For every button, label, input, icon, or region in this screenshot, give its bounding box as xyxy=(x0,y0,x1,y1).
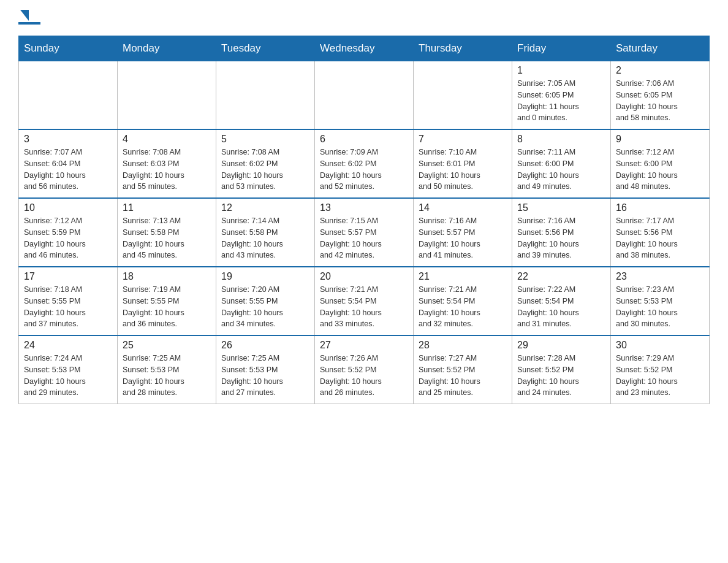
day-number: 18 xyxy=(123,271,211,282)
day-number: 15 xyxy=(517,202,605,213)
calendar-day-cell: 27Sunrise: 7:26 AM Sunset: 5:52 PM Dayli… xyxy=(315,335,414,404)
day-number: 30 xyxy=(616,340,704,351)
day-info: Sunrise: 7:08 AM Sunset: 6:02 PM Dayligh… xyxy=(221,147,309,193)
calendar-day-cell: 6Sunrise: 7:09 AM Sunset: 6:02 PM Daylig… xyxy=(315,129,414,198)
day-info: Sunrise: 7:14 AM Sunset: 5:58 PM Dayligh… xyxy=(221,215,309,261)
day-number: 26 xyxy=(221,340,309,351)
day-number: 14 xyxy=(419,202,507,213)
column-header-wednesday: Wednesday xyxy=(315,36,414,61)
calendar-day-cell: 1Sunrise: 7:05 AM Sunset: 6:05 PM Daylig… xyxy=(512,61,611,130)
calendar-day-cell: 20Sunrise: 7:21 AM Sunset: 5:54 PM Dayli… xyxy=(315,267,414,335)
day-number: 4 xyxy=(123,134,211,145)
day-info: Sunrise: 7:11 AM Sunset: 6:00 PM Dayligh… xyxy=(517,147,605,193)
column-header-thursday: Thursday xyxy=(414,36,512,61)
logo xyxy=(18,12,44,25)
day-info: Sunrise: 7:22 AM Sunset: 5:54 PM Dayligh… xyxy=(517,284,605,330)
day-number: 16 xyxy=(616,202,704,213)
logo-line xyxy=(18,22,40,25)
calendar-day-cell: 3Sunrise: 7:07 AM Sunset: 6:04 PM Daylig… xyxy=(19,129,118,198)
calendar-day-cell: 12Sunrise: 7:14 AM Sunset: 5:58 PM Dayli… xyxy=(216,198,315,267)
calendar-day-cell xyxy=(315,61,414,130)
day-info: Sunrise: 7:07 AM Sunset: 6:04 PM Dayligh… xyxy=(24,147,112,193)
calendar-week-row: 1Sunrise: 7:05 AM Sunset: 6:05 PM Daylig… xyxy=(19,61,710,130)
day-number: 2 xyxy=(616,65,704,76)
calendar-day-cell: 16Sunrise: 7:17 AM Sunset: 5:56 PM Dayli… xyxy=(611,198,710,267)
day-info: Sunrise: 7:12 AM Sunset: 5:59 PM Dayligh… xyxy=(24,215,112,261)
calendar-day-cell: 17Sunrise: 7:18 AM Sunset: 5:55 PM Dayli… xyxy=(19,267,118,335)
calendar-day-cell: 15Sunrise: 7:16 AM Sunset: 5:56 PM Dayli… xyxy=(512,198,611,267)
day-info: Sunrise: 7:09 AM Sunset: 6:02 PM Dayligh… xyxy=(320,147,408,193)
calendar-day-cell: 14Sunrise: 7:16 AM Sunset: 5:57 PM Dayli… xyxy=(414,198,512,267)
day-info: Sunrise: 7:23 AM Sunset: 5:53 PM Dayligh… xyxy=(616,284,704,330)
calendar-day-cell: 24Sunrise: 7:24 AM Sunset: 5:53 PM Dayli… xyxy=(19,335,118,404)
day-info: Sunrise: 7:26 AM Sunset: 5:52 PM Dayligh… xyxy=(320,353,408,399)
day-number: 25 xyxy=(123,340,211,351)
calendar-day-cell: 30Sunrise: 7:29 AM Sunset: 5:52 PM Dayli… xyxy=(611,335,710,404)
day-number: 20 xyxy=(320,271,408,282)
calendar-day-cell: 19Sunrise: 7:20 AM Sunset: 5:55 PM Dayli… xyxy=(216,267,315,335)
day-info: Sunrise: 7:06 AM Sunset: 6:05 PM Dayligh… xyxy=(616,78,704,124)
day-number: 6 xyxy=(320,134,408,145)
logo-text xyxy=(18,12,29,21)
calendar-day-cell: 2Sunrise: 7:06 AM Sunset: 6:05 PM Daylig… xyxy=(611,61,710,130)
day-info: Sunrise: 7:21 AM Sunset: 5:54 PM Dayligh… xyxy=(419,284,507,330)
calendar-day-cell: 8Sunrise: 7:11 AM Sunset: 6:00 PM Daylig… xyxy=(512,129,611,198)
day-info: Sunrise: 7:29 AM Sunset: 5:52 PM Dayligh… xyxy=(616,353,704,399)
day-info: Sunrise: 7:20 AM Sunset: 5:55 PM Dayligh… xyxy=(221,284,309,330)
calendar-day-cell: 18Sunrise: 7:19 AM Sunset: 5:55 PM Dayli… xyxy=(118,267,216,335)
calendar-day-cell: 10Sunrise: 7:12 AM Sunset: 5:59 PM Dayli… xyxy=(19,198,118,267)
day-number: 24 xyxy=(24,340,112,351)
day-info: Sunrise: 7:27 AM Sunset: 5:52 PM Dayligh… xyxy=(419,353,507,399)
day-number: 27 xyxy=(320,340,408,351)
calendar-day-cell: 26Sunrise: 7:25 AM Sunset: 5:53 PM Dayli… xyxy=(216,335,315,404)
calendar-day-cell xyxy=(118,61,216,130)
calendar-day-cell: 28Sunrise: 7:27 AM Sunset: 5:52 PM Dayli… xyxy=(414,335,512,404)
column-header-saturday: Saturday xyxy=(611,36,710,61)
day-number: 9 xyxy=(616,134,704,145)
day-number: 17 xyxy=(24,271,112,282)
day-number: 11 xyxy=(123,202,211,213)
column-header-friday: Friday xyxy=(512,36,611,61)
day-number: 21 xyxy=(419,271,507,282)
day-number: 28 xyxy=(419,340,507,351)
day-info: Sunrise: 7:10 AM Sunset: 6:01 PM Dayligh… xyxy=(419,147,507,193)
day-info: Sunrise: 7:12 AM Sunset: 6:00 PM Dayligh… xyxy=(616,147,704,193)
day-number: 10 xyxy=(24,202,112,213)
day-number: 1 xyxy=(517,65,605,76)
day-info: Sunrise: 7:08 AM Sunset: 6:03 PM Dayligh… xyxy=(123,147,211,193)
day-number: 5 xyxy=(221,134,309,145)
day-number: 8 xyxy=(517,134,605,145)
day-info: Sunrise: 7:17 AM Sunset: 5:56 PM Dayligh… xyxy=(616,215,704,261)
calendar-day-cell: 13Sunrise: 7:15 AM Sunset: 5:57 PM Dayli… xyxy=(315,198,414,267)
column-header-sunday: Sunday xyxy=(19,36,118,61)
page-header xyxy=(18,12,710,25)
calendar-day-cell: 11Sunrise: 7:13 AM Sunset: 5:58 PM Dayli… xyxy=(118,198,216,267)
column-header-tuesday: Tuesday xyxy=(216,36,315,61)
day-info: Sunrise: 7:28 AM Sunset: 5:52 PM Dayligh… xyxy=(517,353,605,399)
day-info: Sunrise: 7:19 AM Sunset: 5:55 PM Dayligh… xyxy=(123,284,211,330)
calendar-day-cell xyxy=(414,61,512,130)
day-info: Sunrise: 7:16 AM Sunset: 5:57 PM Dayligh… xyxy=(419,215,507,261)
calendar-week-row: 10Sunrise: 7:12 AM Sunset: 5:59 PM Dayli… xyxy=(19,198,710,267)
day-number: 7 xyxy=(419,134,507,145)
calendar-day-cell: 23Sunrise: 7:23 AM Sunset: 5:53 PM Dayli… xyxy=(611,267,710,335)
day-number: 19 xyxy=(221,271,309,282)
day-info: Sunrise: 7:25 AM Sunset: 5:53 PM Dayligh… xyxy=(221,353,309,399)
day-info: Sunrise: 7:24 AM Sunset: 5:53 PM Dayligh… xyxy=(24,353,112,399)
day-info: Sunrise: 7:13 AM Sunset: 5:58 PM Dayligh… xyxy=(123,215,211,261)
day-number: 23 xyxy=(616,271,704,282)
calendar-table: SundayMondayTuesdayWednesdayThursdayFrid… xyxy=(18,36,710,404)
day-number: 13 xyxy=(320,202,408,213)
day-info: Sunrise: 7:05 AM Sunset: 6:05 PM Dayligh… xyxy=(517,78,605,124)
calendar-day-cell: 9Sunrise: 7:12 AM Sunset: 6:00 PM Daylig… xyxy=(611,129,710,198)
day-info: Sunrise: 7:21 AM Sunset: 5:54 PM Dayligh… xyxy=(320,284,408,330)
day-number: 29 xyxy=(517,340,605,351)
calendar-week-row: 17Sunrise: 7:18 AM Sunset: 5:55 PM Dayli… xyxy=(19,267,710,335)
calendar-header-row: SundayMondayTuesdayWednesdayThursdayFrid… xyxy=(19,36,710,61)
calendar-week-row: 24Sunrise: 7:24 AM Sunset: 5:53 PM Dayli… xyxy=(19,335,710,404)
calendar-day-cell xyxy=(216,61,315,130)
calendar-day-cell: 21Sunrise: 7:21 AM Sunset: 5:54 PM Dayli… xyxy=(414,267,512,335)
calendar-day-cell: 4Sunrise: 7:08 AM Sunset: 6:03 PM Daylig… xyxy=(118,129,216,198)
calendar-day-cell: 7Sunrise: 7:10 AM Sunset: 6:01 PM Daylig… xyxy=(414,129,512,198)
logo-arrow-icon xyxy=(20,10,29,21)
